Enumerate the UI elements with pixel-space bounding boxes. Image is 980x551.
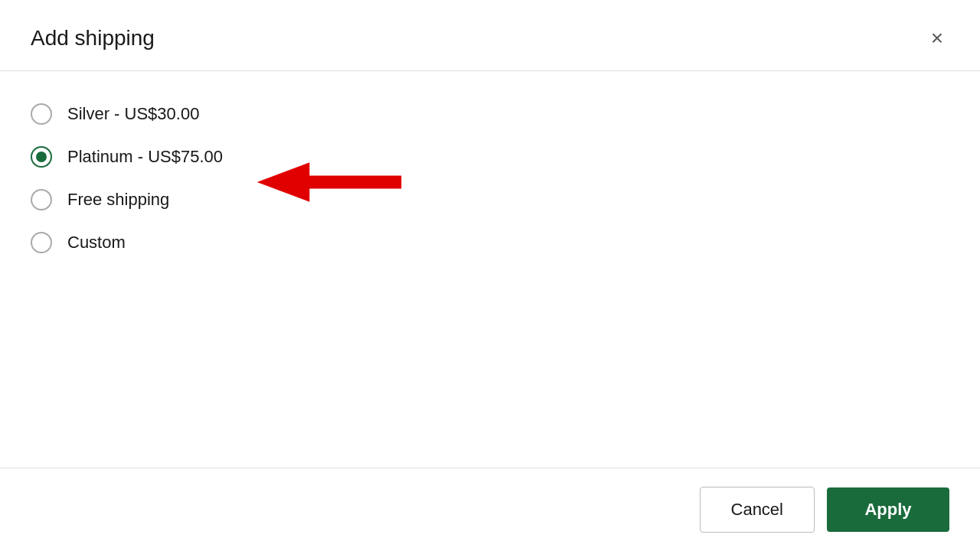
option-custom[interactable]: Custom <box>31 224 949 261</box>
dialog-body: Silver - US$30.00 Platinum - US$75.00 Fr… <box>0 71 980 468</box>
dialog-footer: Cancel Apply <box>0 468 980 551</box>
radio-free-shipping[interactable] <box>31 189 52 210</box>
label-custom: Custom <box>67 233 126 253</box>
label-platinum: Platinum - US$75.00 <box>67 147 223 167</box>
add-shipping-dialog: Add shipping × Silver - US$30.00 Platinu… <box>0 0 980 551</box>
label-silver: Silver - US$30.00 <box>67 104 199 124</box>
cancel-button[interactable]: Cancel <box>700 487 815 533</box>
close-button[interactable]: × <box>925 24 949 52</box>
label-free-shipping: Free shipping <box>67 190 169 210</box>
dialog-header: Add shipping × <box>0 0 980 70</box>
apply-button[interactable]: Apply <box>827 487 949 532</box>
option-silver[interactable]: Silver - US$30.00 <box>31 96 949 132</box>
radio-silver[interactable] <box>31 103 52 125</box>
radio-platinum-inner <box>36 152 47 162</box>
option-free-shipping[interactable]: Free shipping <box>31 181 949 218</box>
radio-custom[interactable] <box>31 232 52 253</box>
option-platinum[interactable]: Platinum - US$75.00 <box>31 139 949 175</box>
dialog-title: Add shipping <box>31 26 155 51</box>
radio-platinum[interactable] <box>31 146 52 168</box>
